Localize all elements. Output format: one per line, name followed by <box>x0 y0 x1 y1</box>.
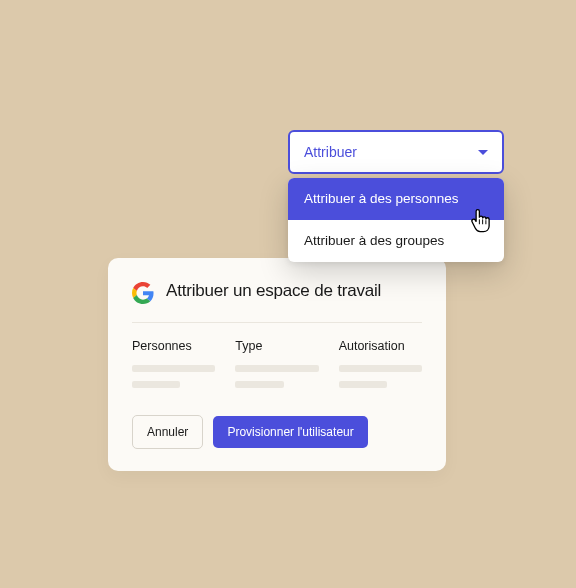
skeleton-bar <box>132 365 215 372</box>
dropdown-trigger-label: Attribuer <box>304 144 357 160</box>
dropdown-item-assign-people[interactable]: Attribuer à des personnes <box>288 178 504 220</box>
card-actions: Annuler Provisionner l'utilisateur <box>132 415 422 449</box>
card-title: Attribuer un espace de travail <box>166 280 381 302</box>
provision-user-button[interactable]: Provisionner l'utilisateur <box>213 416 367 448</box>
column-people: Personnes <box>132 339 215 397</box>
cancel-button[interactable]: Annuler <box>132 415 203 449</box>
google-logo-icon <box>132 282 154 304</box>
dropdown-trigger[interactable]: Attribuer <box>288 130 504 174</box>
dropdown-menu: Attribuer à des personnes Attribuer à de… <box>288 178 504 262</box>
column-header: Type <box>235 339 318 353</box>
column-header: Autorisation <box>339 339 422 353</box>
skeleton-bar <box>339 365 422 372</box>
skeleton-bar <box>235 381 283 388</box>
columns-region: Personnes Type Autorisation <box>132 323 422 415</box>
card-header: Attribuer un espace de travail <box>132 280 422 323</box>
skeleton-bar <box>235 365 318 372</box>
chevron-down-icon <box>478 150 488 155</box>
dropdown-item-assign-groups[interactable]: Attribuer à des groupes <box>288 220 504 262</box>
assign-dropdown: Attribuer Attribuer à des personnes Attr… <box>288 130 504 262</box>
assign-workspace-card: Attribuer un espace de travail Personnes… <box>108 258 446 471</box>
column-header: Personnes <box>132 339 215 353</box>
column-type: Type <box>235 339 318 397</box>
column-authorization: Autorisation <box>339 339 422 397</box>
skeleton-bar <box>132 381 180 388</box>
skeleton-bar <box>339 381 387 388</box>
